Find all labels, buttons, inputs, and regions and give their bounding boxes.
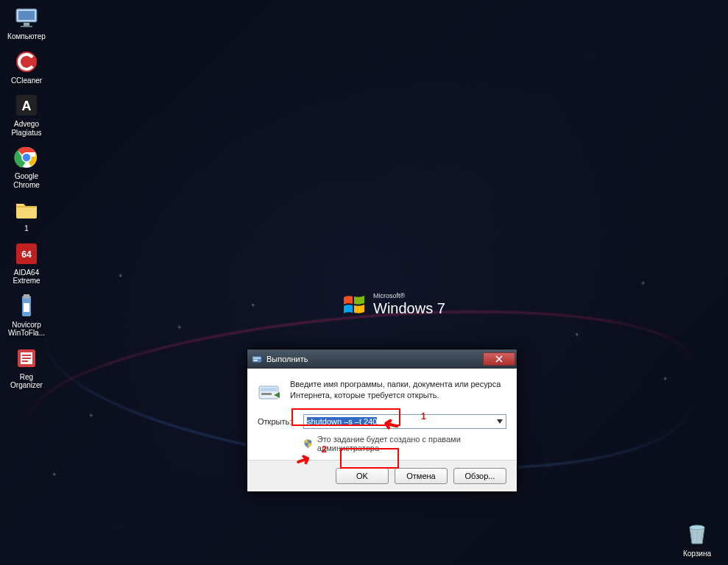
run-dialog-title-icon xyxy=(252,354,262,364)
aida64-icon: 64 xyxy=(13,241,40,267)
shield-icon xyxy=(303,438,313,449)
svg-rect-22 xyxy=(261,388,277,391)
close-button[interactable] xyxy=(483,352,515,366)
run-icon xyxy=(258,380,281,404)
svg-rect-19 xyxy=(253,357,261,359)
svg-text:64: 64 xyxy=(21,249,32,260)
computer-icon xyxy=(13,4,40,31)
wintoflash-icon xyxy=(13,293,40,319)
recycle-bin-label: Корзина xyxy=(683,550,711,558)
desktop-icon-wintoflash[interactable]: Novicorp WinToFla... xyxy=(3,291,50,339)
brand-windows7-text: Windows 7 xyxy=(373,300,445,316)
svg-text:A: A xyxy=(22,99,32,113)
cancel-button[interactable]: Отмена xyxy=(395,468,448,484)
command-input[interactable] xyxy=(304,415,506,428)
command-combobox[interactable] xyxy=(303,414,506,429)
desktop-icon-label: CCleaner xyxy=(11,77,42,85)
recycle-bin-icon xyxy=(682,519,712,548)
run-dialog-titlebar[interactable]: Выполнить xyxy=(247,349,517,369)
folder-icon xyxy=(13,196,40,223)
regorganizer-icon xyxy=(13,345,40,372)
svg-rect-20 xyxy=(254,360,258,361)
windows-flag-icon xyxy=(342,293,366,316)
chevron-down-icon xyxy=(497,419,503,424)
advego-icon: A xyxy=(13,92,40,118)
desktop-icon-label: 1 xyxy=(24,224,29,233)
desktop-icon-folder-1[interactable]: 1 xyxy=(3,195,50,235)
close-icon xyxy=(495,355,503,363)
svg-rect-1 xyxy=(18,11,35,20)
combobox-dropdown-button[interactable] xyxy=(494,415,506,428)
desktop-icon-recycle-bin[interactable]: Корзина xyxy=(674,519,721,558)
brand-microsoft-text: Microsoft® xyxy=(373,293,445,300)
admin-note-text: Это задание будет создано с правами адми… xyxy=(317,435,506,452)
svg-rect-13 xyxy=(24,294,29,299)
desktop-icon-aida64[interactable]: 64 AIDA64 Extreme xyxy=(3,239,50,287)
desktop-icon-label: Reg Organizer xyxy=(4,373,49,390)
desktop-icon-chrome[interactable]: Google Chrome xyxy=(3,143,50,191)
run-dialog: Выполнить Введите имя программы, папки, … xyxy=(247,349,517,492)
desktop-icon-regorganizer[interactable]: Reg Organizer xyxy=(3,344,50,391)
desktop-icon-label: Novicorp WinToFla... xyxy=(4,321,49,338)
desktop-icon-advego[interactable]: A Advego Plagiatus xyxy=(3,90,50,138)
browse-button[interactable]: Обзор... xyxy=(453,468,506,484)
open-label: Открыть: xyxy=(258,417,299,426)
run-dialog-title: Выполнить xyxy=(266,355,478,363)
desktop-icon-ccleaner[interactable]: CCleaner xyxy=(3,47,50,87)
svg-rect-3 xyxy=(21,26,32,27)
desktop-icon-label: Google Chrome xyxy=(4,172,49,189)
desktop-icon-label: AIDA64 Extreme xyxy=(4,269,49,285)
ccleaner-icon xyxy=(13,49,40,75)
desktop-icon-label: Компьютер xyxy=(7,32,46,41)
run-dialog-description: Введите имя программы, папки, документа … xyxy=(290,379,506,404)
desktop-icon-label: Advego Plagiatus xyxy=(4,120,49,137)
svg-rect-2 xyxy=(24,23,29,26)
svg-rect-14 xyxy=(24,303,29,312)
svg-point-17 xyxy=(690,525,704,530)
ok-button[interactable]: OK xyxy=(336,468,389,484)
desktop-icon-computer[interactable]: Компьютер xyxy=(3,3,50,43)
windows-logo-center: Microsoft® Windows 7 xyxy=(342,293,445,316)
svg-rect-23 xyxy=(261,393,272,395)
chrome-icon xyxy=(13,144,40,171)
